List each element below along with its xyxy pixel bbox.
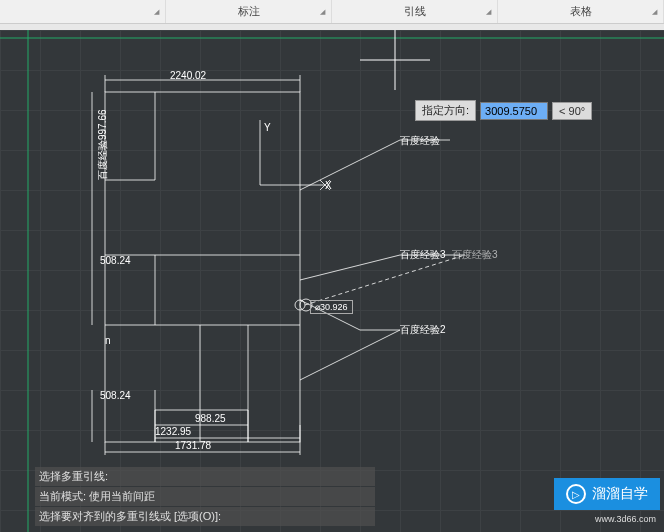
axis-y: Y <box>264 122 271 133</box>
expand-icon: ◢ <box>154 8 159 16</box>
svg-line-29 <box>300 330 400 380</box>
leader-text-3b: 百度经验3 <box>452 248 498 262</box>
dim-bottom2: 1232.95 <box>155 426 191 437</box>
svg-rect-2 <box>105 92 300 442</box>
direction-value-input[interactable]: 3009.5750 <box>480 102 548 120</box>
drawing-canvas[interactable]: 2240.02 百度经验997.66 508.24 508.24 988.25 … <box>0 30 664 532</box>
expand-icon: ◢ <box>320 8 325 16</box>
play-icon: ▷ <box>566 484 586 504</box>
leader-text-1: 百度经验 <box>400 134 440 148</box>
leader-text-2: 百度经验2 <box>400 323 446 337</box>
diameter-label: ⌀30.926 <box>310 300 353 314</box>
brand-logo: ▷ 溜溜自学 <box>554 478 660 510</box>
cmd-line-1: 选择多重引线: <box>35 467 375 486</box>
dim-top: 2240.02 <box>170 70 206 81</box>
axis-x: X <box>325 180 332 191</box>
dim-508-1: 508.24 <box>100 255 131 266</box>
dim-bottom1: 988.25 <box>195 413 226 424</box>
command-area: 选择多重引线: 当前模式: 使用当前间距 选择要对齐到的多重引线或 [选项(O)… <box>35 466 375 526</box>
cmd-line-3[interactable]: 选择要对齐到的多重引线或 [选项(O)]: <box>35 507 375 526</box>
expand-icon: ◢ <box>486 8 491 16</box>
svg-line-30 <box>300 255 400 280</box>
direction-label: 指定方向: <box>415 100 476 121</box>
direction-input-overlay: 指定方向: 3009.5750 < 90° <box>415 100 592 121</box>
ribbon-bar: ◢ 标注 ◢ 引线 ◢ 表格 ◢ <box>0 0 664 24</box>
leader-text-3a: 百度经验3 <box>400 248 446 262</box>
ribbon-tab-annotation[interactable]: 标注 ◢ <box>166 0 332 23</box>
ribbon-tab-table[interactable]: 表格 ◢ <box>498 0 664 23</box>
dim-left-height: 百度经验997.66 <box>96 109 110 180</box>
svg-line-32 <box>305 255 465 305</box>
dim-n: n <box>105 335 111 346</box>
dim-bottom3: 1731.78 <box>175 440 211 451</box>
brand-url: www.3d66.com <box>595 514 656 524</box>
dim-508-2: 508.24 <box>100 390 131 401</box>
svg-line-25 <box>300 140 400 190</box>
expand-icon: ◢ <box>652 8 657 16</box>
ribbon-tab-leader[interactable]: 引线 ◢ <box>332 0 498 23</box>
direction-angle: < 90° <box>552 102 592 120</box>
ribbon-tab-empty[interactable]: ◢ <box>0 0 166 23</box>
cmd-line-2: 当前模式: 使用当前间距 <box>35 487 375 506</box>
brand-name: 溜溜自学 <box>592 485 648 503</box>
